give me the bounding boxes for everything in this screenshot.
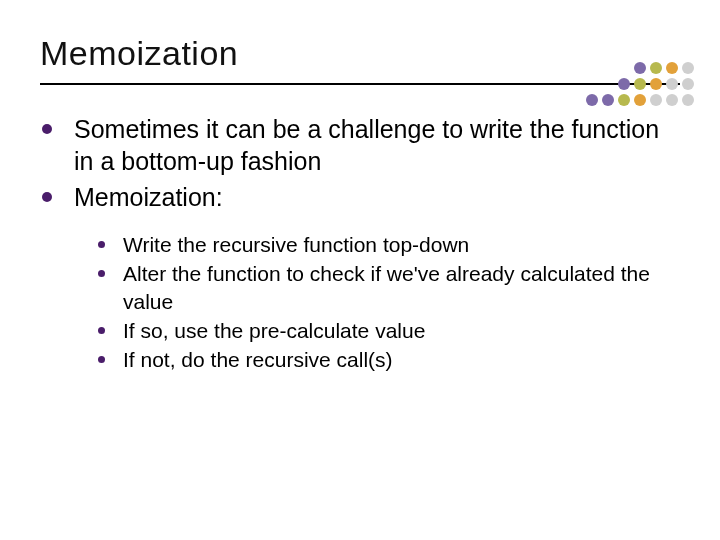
dot-icon (618, 78, 630, 90)
bullet-text: Memoization: (74, 181, 223, 213)
dot-icon (682, 62, 694, 74)
bullet-text: Alter the function to check if we've alr… (123, 260, 680, 315)
list-item: If not, do the recursive call(s) (98, 346, 680, 373)
bullet-icon (98, 327, 105, 334)
slide-title: Memoization (40, 34, 680, 73)
bullet-text: If not, do the recursive call(s) (123, 346, 393, 373)
dot-icon (586, 94, 598, 106)
bullet-list-level2: Write the recursive function top-down Al… (98, 231, 680, 373)
list-item: Memoization: (40, 181, 680, 213)
bullet-icon (42, 124, 52, 134)
bullet-text: Sometimes it can be a challenge to write… (74, 113, 680, 177)
bullet-text: If so, use the pre-calculate value (123, 317, 425, 344)
bullet-list-level1: Sometimes it can be a challenge to write… (40, 113, 680, 213)
dot-icon (618, 94, 630, 106)
list-item: If so, use the pre-calculate value (98, 317, 680, 344)
bullet-icon (98, 270, 105, 277)
decorative-dots (586, 62, 694, 106)
dot-icon (650, 78, 662, 90)
bullet-icon (42, 192, 52, 202)
dot-icon (634, 94, 646, 106)
dot-icon (634, 78, 646, 90)
dot-icon (666, 62, 678, 74)
list-item: Sometimes it can be a challenge to write… (40, 113, 680, 177)
dot-icon (682, 78, 694, 90)
bullet-text: Write the recursive function top-down (123, 231, 469, 258)
dot-icon (650, 94, 662, 106)
list-item: Write the recursive function top-down (98, 231, 680, 258)
bullet-icon (98, 241, 105, 248)
dot-icon (602, 94, 614, 106)
dot-icon (666, 78, 678, 90)
slide-content: Sometimes it can be a challenge to write… (0, 85, 720, 373)
dot-icon (682, 94, 694, 106)
bullet-icon (98, 356, 105, 363)
list-item: Alter the function to check if we've alr… (98, 260, 680, 315)
dot-icon (650, 62, 662, 74)
dot-icon (634, 62, 646, 74)
dot-icon (666, 94, 678, 106)
